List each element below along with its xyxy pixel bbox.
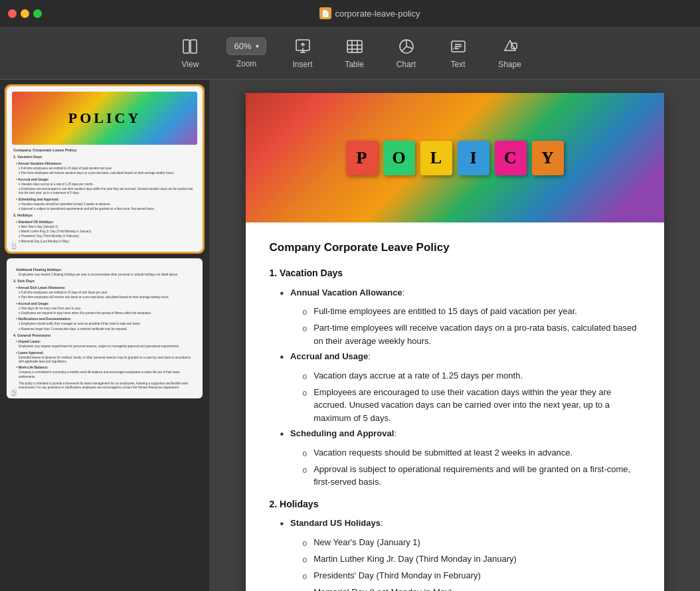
text-label: Text xyxy=(451,60,466,69)
sub-o-6: o xyxy=(303,464,307,477)
chart-icon xyxy=(397,37,416,56)
sub-text-scheduling-advance: Vacation requests should be submitted at… xyxy=(313,446,572,460)
svg-rect-8 xyxy=(347,41,362,52)
sub-text-accrual-usage: Employees are encouraged to use their va… xyxy=(313,386,640,425)
sub-text-new-years: New Year's Day (January 1) xyxy=(313,536,420,549)
table-label: Table xyxy=(345,60,364,69)
sub-item-memorial: o Memorial Day (Last Monday in May) xyxy=(270,586,640,591)
page-thumbnail-2[interactable]: Additional Floating Holidays: Employees … xyxy=(7,258,203,398)
zoom-value: 60% xyxy=(234,41,251,51)
zoom-control[interactable]: 60% ▾ Zoom xyxy=(219,32,274,74)
svg-line-16 xyxy=(402,46,406,51)
sub-o-5: o xyxy=(303,448,307,460)
document-page: P O L I C Y Company Corporate Leave Poli… xyxy=(246,93,664,591)
svg-rect-1 xyxy=(191,40,197,53)
zoom-button[interactable]: 60% ▾ xyxy=(226,37,266,55)
sub-o-9: o xyxy=(303,570,307,583)
bullet-dot-2: • xyxy=(280,350,284,365)
sub-text-presidents: Presidents' Day (Third Monday in Februar… xyxy=(313,569,481,582)
title-text: corporate-leave-policy xyxy=(335,9,420,19)
thumb-text-1: Company Corporate Leave Policy 1. Vacati… xyxy=(12,145,197,246)
page-number-1: 1 xyxy=(12,241,16,249)
bullet-accrual: • Accrual and Usage: xyxy=(270,350,640,365)
sub-o-3: o xyxy=(303,371,307,383)
sub-o-4: o xyxy=(303,387,307,400)
insert-icon xyxy=(294,37,312,56)
bullet-us-holidays: • Standard US Holidays: xyxy=(270,517,640,531)
bullet-dot-4: • xyxy=(280,517,284,531)
holidays-label: Standard US Holidays xyxy=(290,518,381,528)
accrual-label: Accrual and Usage xyxy=(290,351,368,361)
doc-title: Company Corporate Leave Policy xyxy=(270,238,640,256)
block-L: L xyxy=(420,141,452,175)
sub-item-accrual-usage: o Employees are encouraged to use their … xyxy=(270,386,640,425)
bullet-annual-vacation: • Annual Vacation Allowance: xyxy=(270,286,640,301)
bullet-scheduling: • Scheduling and Approval: xyxy=(270,427,640,442)
doc-content: Company Corporate Leave Policy 1. Vacati… xyxy=(246,222,664,591)
block-C: C xyxy=(495,141,527,175)
table-icon xyxy=(345,37,364,56)
sub-item-new-years: o New Year's Day (January 1) xyxy=(270,536,640,550)
block-Y: Y xyxy=(532,141,564,175)
sub-text-fulltime-vacation: Full-time employees are entitled to 15 d… xyxy=(313,305,577,318)
sub-item-presidents: o Presidents' Day (Third Monday in Febru… xyxy=(270,569,640,583)
sub-text-accrual-rate: Vacation days accrue at a rate of 1.25 d… xyxy=(313,369,523,382)
bullet-label-accrual: Accrual and Usage: xyxy=(290,350,371,364)
minimize-button[interactable] xyxy=(21,9,29,18)
sub-text-mlk: Martin Luther King Jr. Day (Third Monday… xyxy=(313,552,517,566)
sub-item-scheduling-approval: o Approval is subject to operational req… xyxy=(270,463,640,489)
bullet-dot: • xyxy=(280,286,284,301)
document-icon: 📄 xyxy=(319,7,331,19)
thumb-inner-1: POLICY Company Corporate Leave Policy 1.… xyxy=(7,86,203,252)
block-O: O xyxy=(383,141,415,175)
page-number-2: 2 xyxy=(12,388,16,396)
bullet-label-holidays: Standard US Holidays: xyxy=(290,517,383,531)
svg-line-15 xyxy=(406,46,412,48)
bullet-label-scheduling: Scheduling and Approval: xyxy=(290,427,396,441)
policy-hero-image: P O L I C Y xyxy=(246,93,664,222)
toolbar-item-view[interactable]: View xyxy=(167,32,213,74)
block-I: I xyxy=(458,141,489,175)
zoom-label: Zoom xyxy=(236,59,257,68)
document-area[interactable]: P O L I C Y Company Corporate Leave Poli… xyxy=(209,80,700,591)
sub-text-parttime-vacation: Part-time employees will receive vacatio… xyxy=(313,321,640,347)
sub-text-scheduling-approval: Approval is subject to operational requi… xyxy=(313,463,640,489)
thumb-hero-1: POLICY xyxy=(12,92,197,145)
page-thumbnail-1[interactable]: POLICY Company Corporate Leave Policy 1.… xyxy=(7,86,203,252)
shape-icon xyxy=(501,37,519,56)
text-icon: A xyxy=(449,37,468,56)
thumb-text-2: Additional Floating Holidays: Employees … xyxy=(12,264,197,393)
policy-blocks: P O L I C Y xyxy=(346,141,564,175)
block-P: P xyxy=(346,141,378,175)
scheduling-label: Scheduling and Approval xyxy=(290,428,394,438)
chevron-down-icon: ▾ xyxy=(256,42,259,50)
bullet-dot-3: • xyxy=(280,427,284,442)
sub-item-parttime-vacation: o Part-time employees will receive vacat… xyxy=(270,321,640,347)
insert-label: Insert xyxy=(293,60,313,69)
svg-rect-0 xyxy=(183,40,189,53)
sidebar: POLICY Company Corporate Leave Policy 1.… xyxy=(0,80,209,591)
view-label: View xyxy=(182,60,199,69)
sub-item-scheduling-advance: o Vacation requests should be submitted … xyxy=(270,446,640,460)
maximize-button[interactable] xyxy=(33,9,42,18)
section-2-heading: 2. Holidays xyxy=(270,497,640,511)
section-1-heading: 1. Vacation Days xyxy=(270,266,640,280)
view-icon xyxy=(181,37,199,56)
svg-text:A: A xyxy=(452,44,457,51)
chart-label: Chart xyxy=(396,60,416,69)
sub-item-accrual-rate: o Vacation days accrue at a rate of 1.25… xyxy=(270,369,640,383)
close-button[interactable] xyxy=(8,9,17,18)
annual-vacation-label: Annual Vacation Allowance xyxy=(290,288,402,297)
sub-o-7: o xyxy=(303,537,307,550)
toolbar-item-insert[interactable]: Insert xyxy=(280,32,326,74)
toolbar-item-chart[interactable]: Chart xyxy=(383,32,430,74)
toolbar-item-text[interactable]: A Text xyxy=(435,32,481,74)
titlebar: 📄 corporate-leave-policy xyxy=(0,0,700,27)
sub-o-10: o xyxy=(303,587,307,591)
toolbar-item-shape[interactable]: Shape xyxy=(487,32,533,74)
main-area: POLICY Company Corporate Leave Policy 1.… xyxy=(0,80,700,591)
sub-o-2: o xyxy=(303,323,307,335)
toolbar-item-table[interactable]: Table xyxy=(331,32,378,74)
traffic-lights xyxy=(8,9,42,18)
sub-o-8: o xyxy=(303,554,307,566)
